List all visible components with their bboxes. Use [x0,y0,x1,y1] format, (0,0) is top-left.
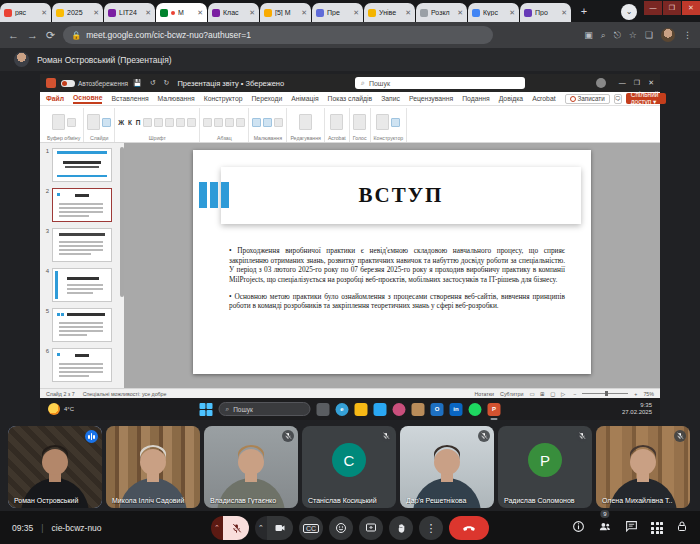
ribbon-group-icons[interactable] [376,109,400,135]
zoom-slider[interactable] [582,393,628,394]
file-explorer-icon[interactable] [355,403,368,416]
host-controls-icon[interactable] [676,519,688,537]
meeting-info-icon[interactable] [572,519,585,537]
autosave-toggle[interactable]: Автозбереження [61,80,128,87]
ribbon-tab-9[interactable]: Запис [381,95,400,102]
font-icon[interactable] [143,118,152,127]
ribbon-tab-10[interactable]: Рецензування [409,95,453,102]
ribbon-group-icons[interactable] [203,109,245,135]
star-icon[interactable]: ☆ [629,30,637,40]
ribbon-tab-1[interactable]: Файл [46,95,64,102]
minimize-button[interactable]: — [644,1,662,15]
outlook-icon[interactable]: O [431,403,444,416]
end-call-button[interactable] [449,516,489,540]
quick-access-icons[interactable]: 💾 ↺ ↻ [133,79,172,87]
browser-tab-6[interactable]: [5] М✕ [260,3,311,22]
tab-close-icon[interactable]: ✕ [145,9,151,17]
forward-icon[interactable]: → [27,29,38,41]
address-bar[interactable]: 🔒 meet.google.com/cic-bcwz-nuo?authuser=… [63,26,493,44]
font-icon[interactable] [176,118,185,127]
ribbon-tab-8[interactable]: Показ слайдів [328,95,373,102]
group-icon[interactable] [299,114,312,130]
search-icon[interactable]: ⌕ [601,30,606,41]
present-button[interactable] [359,516,383,540]
reload-icon[interactable]: ⟳ [46,29,55,42]
ribbon-tab-3[interactable]: Вставлення [111,95,148,102]
browser-tab-11[interactable]: Про✕ [520,3,571,22]
slide-thumbnail-4[interactable] [52,268,112,302]
group-icon[interactable] [236,118,245,127]
tab-search-chevron[interactable]: ⌄ [621,4,637,20]
tab-close-icon[interactable]: ✕ [249,9,255,17]
browser-tab-7[interactable]: Пре✕ [312,3,363,22]
accessibility-status[interactable]: Спеціальні можливості: усе добре [83,391,167,397]
font-icon[interactable] [154,118,163,127]
ppt-window-controls[interactable]: —❐✕ [619,79,654,87]
ribbon-tab-7[interactable]: Анімація [291,95,318,102]
back-icon[interactable]: ← [8,29,19,41]
photos-icon[interactable] [393,403,406,416]
tab-close-icon[interactable]: ✕ [405,9,411,17]
participant-tile-3[interactable]: Владислав Гутаєнко [204,426,298,508]
raise-hand-button[interactable] [389,516,413,540]
mic-options-chevron[interactable]: ⌃ [211,516,223,540]
group-icon[interactable] [391,118,400,127]
browser-tab-10[interactable]: Курс✕ [468,3,519,22]
ribbon-tab-2[interactable]: Основне [73,94,102,104]
store-icon[interactable] [412,403,425,416]
participant-tile-6[interactable]: РРадислав Соломонов [498,426,592,508]
group-icon[interactable] [376,114,389,130]
people-icon[interactable]: 9 [598,519,612,537]
reactions-button[interactable] [329,516,353,540]
group-icon[interactable] [102,118,111,127]
record-button[interactable]: Записати [565,94,610,104]
ribbon-group-icons[interactable] [87,109,111,135]
tab-close-icon[interactable]: ✕ [41,9,47,17]
zoom-level[interactable]: 75% [643,391,654,397]
notes-button[interactable]: Нотатки [475,391,495,397]
slide-thumbnail-2[interactable] [52,188,112,222]
group-icon[interactable] [52,114,65,130]
ribbon-tab-4[interactable]: Малювання [158,95,195,102]
font-style-icons[interactable]: Ж К П [118,119,141,126]
share-button[interactable]: Спільний доступ ▾ [626,93,667,104]
slide-thumbnail-3[interactable] [52,228,112,262]
tab-close-icon[interactable]: ✕ [509,9,515,17]
font-icon[interactable] [187,118,196,127]
zoom-minus[interactable]: − [573,391,576,397]
more-options-button[interactable]: ⋮ [419,516,443,540]
view-buttons[interactable]: ▭ ⊞ ▢ ▷ [529,391,567,397]
ribbon-tab-6[interactable]: Переходи [251,95,282,102]
close-button[interactable]: ✕ [682,1,700,15]
group-icon[interactable] [353,114,366,130]
task-view-icon[interactable] [317,403,330,416]
participant-tile-2[interactable]: Микола Ілліч Садовий [106,426,200,508]
profile-avatar[interactable] [661,28,675,42]
group-icon[interactable] [214,118,223,127]
start-button[interactable] [200,403,213,416]
tab-close-icon[interactable]: ✕ [197,9,203,17]
group-icon[interactable] [87,114,100,130]
ribbon-group-icons[interactable] [252,109,283,135]
ribbon-tab-12[interactable]: Довідка [499,95,523,102]
browser-tab-3[interactable]: LIT24✕ [104,3,155,22]
share-icon[interactable]: ⎋ [614,30,621,41]
linkedin-icon[interactable]: in [450,403,463,416]
maximize-button[interactable]: ❐ [663,1,681,15]
captions-button[interactable]: Субтитри [500,391,523,397]
browser-tab-2[interactable]: 2025✕ [52,3,103,22]
ribbon-group-icons[interactable]: Ж К П [118,109,196,135]
ribbon-tab-13[interactable]: Acrobat [532,95,555,102]
group-icon[interactable] [252,118,261,127]
camera-options-chevron[interactable]: ⌃ [255,516,267,540]
group-icon[interactable] [67,118,76,127]
activities-icon[interactable] [651,522,663,534]
ribbon-tab-5[interactable]: Конструктор [204,95,243,102]
participant-tile-4[interactable]: ССтаніслав Косицький [302,426,396,508]
weather-widget[interactable]: 4°C [48,403,74,415]
mic-toggle-button[interactable] [223,516,249,540]
ribbon-group-icons[interactable] [353,109,366,135]
spotify-icon[interactable] [469,403,482,416]
ribbon-tab-11[interactable]: Подання [462,95,489,102]
ribbon-group-icons[interactable] [330,109,343,135]
